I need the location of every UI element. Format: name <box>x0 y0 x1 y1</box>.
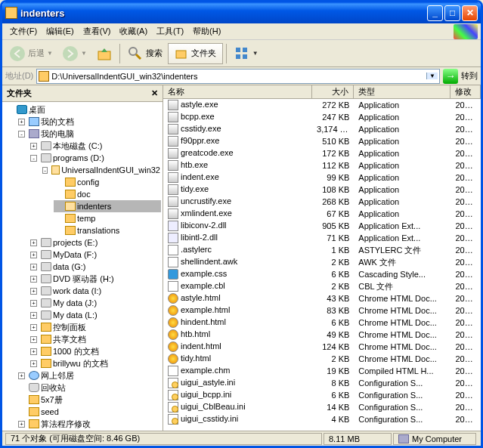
tree-temp[interactable]: temp <box>54 212 161 224</box>
menu-file[interactable]: 文件(F) <box>5 24 42 39</box>
file-row[interactable]: bcpp.exe247 KBApplication2009- <box>163 111 481 123</box>
tree-config[interactable]: config <box>54 176 161 188</box>
file-row[interactable]: example.chm19 KBCompiled HTML H...2010- <box>163 365 481 377</box>
tree-drive-i[interactable]: +work data (I:) <box>29 285 161 297</box>
file-row[interactable]: uigui_astyle.ini8 KBConfiguration S...20… <box>163 377 481 389</box>
folder-tree[interactable]: 桌面 +我的文档 -我的电脑 +本地磁盘 (C:) -programs (D:)… <box>2 102 163 431</box>
file-row[interactable]: .astylerc1 KBASTYLERC 文件2010- <box>163 244 481 256</box>
back-button[interactable]: 后退 ▼ <box>5 42 57 65</box>
file-row[interactable]: example.css6 KBCascading Style...2009- <box>163 268 481 280</box>
tree-translations[interactable]: translations <box>54 224 161 236</box>
tree-seed[interactable]: seed <box>17 406 161 418</box>
back-icon <box>9 45 26 62</box>
file-row[interactable]: tidy.html2 KBChrome HTML Doc...2009- <box>163 353 481 365</box>
file-row[interactable]: uigui_CblBeau.ini14 KBConfiguration S...… <box>163 401 481 413</box>
forward-button[interactable]: ▼ <box>58 42 91 65</box>
menu-view[interactable]: 查看(V) <box>79 24 116 39</box>
file-modified: 2009- <box>450 378 481 388</box>
tree-shared-docs[interactable]: +共享文档 <box>29 333 161 345</box>
tree-desktop[interactable]: 桌面 <box>5 104 161 116</box>
file-row[interactable]: csstidy.exe3,174 KBApplication2009- <box>163 123 481 135</box>
dropdown-button[interactable]: ▼ <box>426 73 438 79</box>
col-modified[interactable]: 修改 <box>450 85 481 98</box>
up-button[interactable] <box>92 42 116 65</box>
svg-rect-2 <box>98 51 110 60</box>
views-button[interactable]: ▼ <box>230 42 262 65</box>
folder-icon <box>41 347 51 356</box>
tree-my-documents[interactable]: +我的文档 <box>17 116 161 128</box>
tree-drive-e[interactable]: +projects (E:) <box>29 236 161 249</box>
go-button[interactable]: → <box>443 69 458 84</box>
file-size: 49 KB <box>312 330 354 339</box>
maximize-button[interactable]: □ <box>444 5 460 21</box>
file-row[interactable]: uigui_csstidy.ini4 KBConfiguration S...2… <box>163 413 481 425</box>
tree-control-panel[interactable]: +控制面板 <box>29 321 161 333</box>
tree-drive-f[interactable]: +MyData (F:) <box>29 249 161 261</box>
file-row[interactable]: libintl-2.dll71 KBApplication Ext...2009… <box>163 232 481 244</box>
file-size: 3,174 KB <box>312 125 354 134</box>
search-button[interactable]: 搜索 <box>123 42 166 65</box>
file-row[interactable]: htb.exe112 KBApplication2009- <box>163 159 481 171</box>
tree-drive-g[interactable]: +data (G:) <box>29 261 161 273</box>
minimize-button[interactable]: _ <box>427 5 443 21</box>
file-row[interactable]: f90ppr.exe510 KBApplication2009- <box>163 135 481 147</box>
menu-favorites[interactable]: 收藏(A) <box>115 24 152 39</box>
tree-doc[interactable]: doc <box>54 188 161 200</box>
tree-network-places[interactable]: +网上邻居 <box>17 369 161 382</box>
tree-drive-j[interactable]: +My data (J:) <box>29 297 161 309</box>
close-tree-button[interactable]: ✕ <box>151 88 158 98</box>
menu-help[interactable]: 帮助(H) <box>188 24 225 39</box>
menu-tools[interactable]: 工具(T) <box>152 24 188 39</box>
collapse-icon[interactable]: - <box>18 131 25 137</box>
col-name[interactable]: 名称 <box>163 85 312 98</box>
file-row[interactable]: uigui_bcpp.ini6 KBConfiguration S...2009… <box>163 389 481 401</box>
network-icon <box>29 371 39 380</box>
file-row[interactable]: example.cbl2 KBCBL 文件2009- <box>163 280 481 292</box>
file-row[interactable]: shellindent.awk2 KBAWK 文件2009- <box>163 256 481 268</box>
titlebar[interactable]: indenters _ □ ✕ <box>2 2 481 23</box>
file-row[interactable]: astyle.exe272 KBApplication2009- <box>163 99 481 111</box>
windows-logo-icon <box>454 24 478 39</box>
tree-drive-d[interactable]: -programs (D:) <box>29 152 161 164</box>
tree-algo[interactable]: +算法程序修改 <box>17 418 161 430</box>
file-row[interactable]: uncrustify.exe268 KBApplication2009- <box>163 196 481 208</box>
search-label: 搜索 <box>146 48 163 59</box>
ini-icon <box>168 390 178 400</box>
close-button[interactable]: ✕ <box>462 5 478 21</box>
tree-drive-c[interactable]: +本地磁盘 (C:) <box>29 140 161 152</box>
tree-drive-l[interactable]: +My data (L:) <box>29 309 161 321</box>
file-modified: 2009- <box>450 125 481 134</box>
file-row[interactable]: greatcode.exe172 KBApplication2009- <box>163 147 481 159</box>
file-row[interactable]: indent.exe99 KBApplication2009- <box>163 171 481 184</box>
file-row[interactable]: tidy.exe108 KBApplication2009- <box>163 184 481 196</box>
col-size[interactable]: 大小 <box>312 85 354 98</box>
tree-brillywu-docs[interactable]: +brillywu 的文档 <box>29 357 161 369</box>
file-row[interactable]: libiconv-2.dll905 KBApplication Ext...20… <box>163 220 481 232</box>
address-combo[interactable]: D:\UniversalIndentGUI_win32\indenters ▼ <box>36 69 440 84</box>
folders-button[interactable]: 文件夹 <box>168 43 223 64</box>
col-type[interactable]: 类型 <box>354 85 450 98</box>
tree-uig[interactable]: -UniversalIndentGUI_win32 <box>42 164 161 176</box>
file-row[interactable]: example.html83 KBChrome HTML Doc...2009- <box>163 304 481 317</box>
drive-icon <box>41 311 51 320</box>
file-row[interactable]: astyle.html43 KBChrome HTML Doc...2009- <box>163 292 481 304</box>
folder-icon <box>29 407 39 416</box>
file-list[interactable]: astyle.exe272 KBApplication2009-bcpp.exe… <box>163 99 481 431</box>
tree-5x7[interactable]: 5x7册 <box>17 394 161 406</box>
file-row[interactable]: hindent.html6 KBChrome HTML Doc...2009- <box>163 317 481 329</box>
drive-icon <box>41 262 51 271</box>
tree-my-computer[interactable]: -我的电脑 <box>17 128 161 140</box>
menu-edit[interactable]: 编辑(E) <box>42 24 79 39</box>
file-name: xmlindent.exe <box>163 209 312 219</box>
file-row[interactable]: indent.html124 KBChrome HTML Doc...2009- <box>163 341 481 353</box>
expand-icon[interactable]: + <box>18 119 25 125</box>
file-name: uigui_bcpp.ini <box>163 390 312 400</box>
tree-indenters[interactable]: indenters <box>54 200 161 212</box>
tree-1000-docs[interactable]: +1000 的文档 <box>29 345 161 357</box>
file-row[interactable]: htb.html49 KBChrome HTML Doc...2009- <box>163 329 481 341</box>
file-size: 108 KB <box>312 185 354 194</box>
content-area: 文件夹 ✕ 桌面 +我的文档 -我的电脑 +本地磁盘 (C:) -program… <box>2 85 481 431</box>
file-row[interactable]: xmlindent.exe67 KBApplication2009- <box>163 208 481 220</box>
tree-dvd[interactable]: +DVD 驱动器 (H:) <box>29 273 161 285</box>
tree-recycle-bin[interactable]: 回收站 <box>17 382 161 394</box>
